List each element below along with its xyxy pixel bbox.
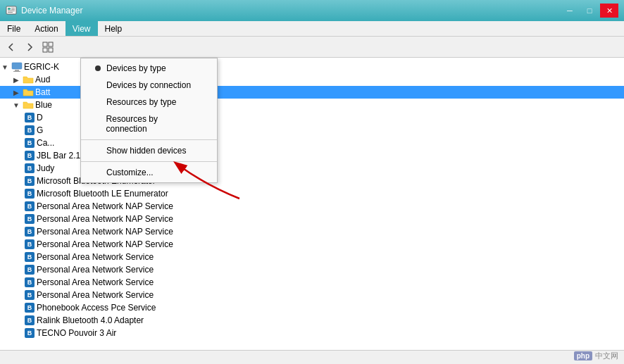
toolbar: [0, 37, 624, 58]
bt-icon-d: B: [24, 112, 35, 123]
svg-rect-5: [8, 12, 13, 13]
menu-resources-by-connection-label: Resources by connection: [106, 114, 196, 134]
menu-resources-by-type[interactable]: Resources by type: [81, 94, 217, 111]
menu-bar: File Action View Help: [0, 21, 624, 37]
menu-file[interactable]: File: [0, 21, 27, 36]
bt-icon-jbl: B: [24, 150, 35, 161]
bt-icon-tecno: B: [24, 327, 35, 339]
bt-icon-ralink: B: [24, 315, 35, 326]
bt-icon-pansvc3: B: [24, 277, 35, 288]
folder-icon-aud: [23, 74, 34, 85]
status-bar: php 中文网: [0, 350, 624, 364]
separator-2: [81, 161, 217, 162]
svg-rect-8: [43, 48, 47, 52]
menu-customize[interactable]: Customize...: [81, 164, 217, 181]
window-title: Device Manager: [21, 6, 82, 15]
bt-icon-ms-le: B: [24, 188, 35, 199]
svg-rect-4: [8, 11, 15, 11]
tree-label-aud: Aud: [35, 75, 50, 84]
menu-view[interactable]: View: [65, 21, 98, 36]
separator-1: [81, 139, 217, 140]
main-area: ▼ EGRIC-K ▶ Aud ▶: [0, 58, 624, 350]
tree-label-ralink: Ralink Bluetooth 4.0 Adapter: [37, 315, 144, 325]
tree-item-pan-nap-3[interactable]: B Personal Area Network NAP Service: [0, 225, 624, 238]
tree-item-pan-svc-2[interactable]: B Personal Area Network Service: [0, 263, 624, 276]
tree-item-pan-svc-1[interactable]: B Personal Area Network Service: [0, 251, 624, 263]
tree-item-pan-nap-1[interactable]: B Personal Area Network NAP Service: [0, 200, 624, 213]
watermark: php 中文网: [574, 351, 618, 361]
svg-rect-10: [12, 63, 22, 69]
menu-devices-by-type[interactable]: Devices by type: [81, 60, 217, 77]
expander-aud[interactable]: ▶: [11, 75, 21, 84]
view-button[interactable]: [39, 39, 56, 56]
window-controls: ─ □ ✕: [561, 4, 618, 18]
title-bar: Device Manager ─ □ ✕: [0, 0, 624, 21]
bt-icon-g: B: [24, 125, 35, 136]
tree-item-tecno[interactable]: B TECNO Pouvoir 3 Air: [0, 327, 624, 339]
tree-item-ralink[interactable]: B Ralink Bluetooth 4.0 Adapter: [0, 314, 624, 327]
tree-label-bt-g: G: [37, 125, 43, 135]
tree-label-pan4: Personal Area Network NAP Service: [37, 239, 173, 249]
back-button[interactable]: [3, 39, 20, 56]
bt-icon-pan4: B: [24, 239, 35, 250]
bt-icon-judy: B: [24, 163, 35, 174]
php-badge: php: [574, 351, 592, 360]
menu-show-hidden-devices[interactable]: Show hidden devices: [81, 142, 217, 159]
menu-resources-by-connection[interactable]: Resources by connection: [81, 111, 217, 137]
bt-icon-pan2: B: [24, 213, 35, 225]
menu-devices-by-connection[interactable]: Devices by connection: [81, 77, 217, 94]
menu-resources-by-type-label: Resources by type: [106, 97, 176, 107]
site-label: 中文网: [595, 351, 618, 361]
svg-rect-6: [43, 42, 47, 46]
menu-devices-by-type-label: Devices by type: [106, 63, 166, 73]
tree-label-phonebook: Phonebook Access Pce Service: [37, 303, 156, 313]
folder-icon-batt: [23, 87, 34, 98]
tree-label-pansvc2: Personal Area Network Service: [37, 265, 154, 275]
close-button[interactable]: ✕: [600, 4, 618, 18]
bt-icon-pansvc1: B: [24, 251, 35, 263]
computer-icon: [11, 61, 23, 73]
menu-customize-label: Customize...: [106, 168, 154, 177]
bt-icon-pansvc2: B: [24, 264, 35, 275]
tree-label-ms-le: Microsoft Bluetooth LE Enumerator: [37, 189, 168, 199]
tree-label-judy: Judy: [37, 163, 54, 173]
minimize-button[interactable]: ─: [561, 4, 579, 18]
expander-batt[interactable]: ▶: [11, 87, 21, 97]
menu-action[interactable]: Action: [27, 21, 65, 36]
tree-label-pansvc1: Personal Area Network Service: [37, 252, 154, 262]
tree-item-pan-svc-3[interactable]: B Personal Area Network Service: [0, 276, 624, 289]
bt-icon-pan1: B: [24, 201, 35, 212]
menu-show-hidden-devices-label: Show hidden devices: [106, 146, 186, 156]
menu-help[interactable]: Help: [98, 21, 130, 36]
tree-label-batt: Batt: [35, 87, 50, 97]
radio-dot-devices-type: [95, 65, 101, 71]
svg-rect-9: [49, 48, 53, 52]
tree-label-pansvc4: Personal Area Network Service: [37, 290, 154, 300]
tree-label-blue: Blue: [35, 100, 52, 110]
title-bar-left: Device Manager: [6, 5, 82, 16]
tree-item-phonebook[interactable]: B Phonebook Access Pce Service: [0, 301, 624, 314]
bt-icon-pan3: B: [24, 226, 35, 237]
tree-label-egrick: EGRIC-K: [24, 62, 59, 72]
bt-icon-ca: B: [24, 137, 35, 149]
svg-rect-2: [11, 8, 15, 8]
expander-blue[interactable]: ▼: [11, 100, 21, 110]
svg-rect-11: [15, 70, 19, 71]
menu-devices-by-connection-label: Devices by connection: [106, 80, 191, 90]
svg-rect-12: [13, 71, 20, 72]
tree-item-pan-nap-4[interactable]: B Personal Area Network NAP Service: [0, 238, 624, 251]
tree-label-bt-d: D: [37, 113, 43, 123]
tree-item-pan-svc-4[interactable]: B Personal Area Network Service: [0, 289, 624, 301]
forward-button[interactable]: [21, 39, 38, 56]
tree-label-pan2: Personal Area Network NAP Service: [37, 214, 173, 224]
svg-rect-7: [49, 42, 53, 46]
tree-item-ms-bt-le[interactable]: B Microsoft Bluetooth LE Enumerator: [0, 187, 624, 200]
svg-rect-1: [8, 8, 11, 10]
folder-icon-blue: [23, 99, 34, 111]
tree-item-pan-nap-2[interactable]: B Personal Area Network NAP Service: [0, 213, 624, 225]
tree-label-tecno: TECNO Pouvoir 3 Air: [37, 328, 116, 338]
expander-egrick[interactable]: ▼: [0, 62, 10, 72]
view-dropdown-menu: Devices by type Devices by connection Re…: [80, 58, 218, 183]
maximize-button[interactable]: □: [580, 4, 599, 18]
svg-rect-3: [11, 9, 15, 10]
